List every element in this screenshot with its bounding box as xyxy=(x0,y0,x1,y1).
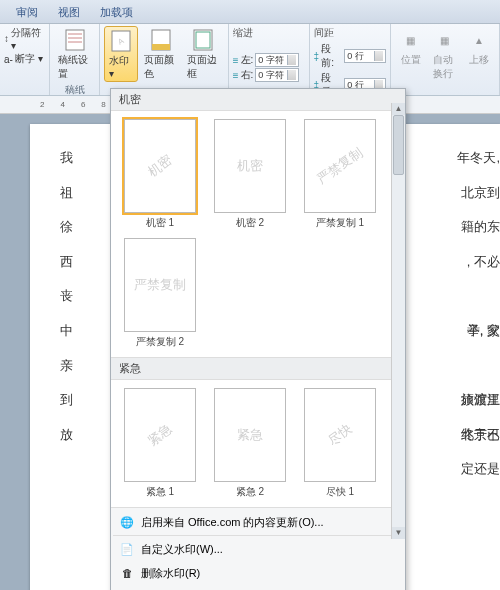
position-icon: ▦ xyxy=(399,28,423,52)
wm-confidential-1[interactable]: 机密机密 1 xyxy=(119,119,201,230)
watermark-icon: A xyxy=(109,29,133,53)
scroll-up-icon[interactable]: ▲ xyxy=(392,103,405,115)
remove-wm-icon: 🗑 xyxy=(119,565,135,581)
section-urgent: 紧急 xyxy=(111,358,405,379)
position-button[interactable]: ▦ 位置 xyxy=(395,26,427,69)
wm-confidential-2[interactable]: 机密机密 2 xyxy=(209,119,291,230)
group-label-paper: 稿纸 xyxy=(54,83,96,97)
dropdown-scrollbar[interactable]: ▲ ▼ xyxy=(391,103,405,539)
ribbon-tabs: 审阅 视图 加载项 xyxy=(0,0,500,24)
tab-review[interactable]: 审阅 xyxy=(6,2,48,23)
wm-urgent-2[interactable]: 紧急紧急 2 xyxy=(209,388,291,499)
section-confidential: 机密 xyxy=(111,89,405,110)
wm-urgent-1[interactable]: 紧急紧急 1 xyxy=(119,388,201,499)
custom-wm-icon: 📄 xyxy=(119,541,135,557)
ribbon: ↕ 分隔符 ▾ a- 断字 ▾ 稿纸设置 稿纸 A 水印 ▾ 页面颜色 页 xyxy=(0,24,500,96)
pagecolor-icon xyxy=(149,28,173,52)
svg-rect-8 xyxy=(194,30,212,50)
wm-nocopy-2[interactable]: 严禁复制严禁复制 2 xyxy=(119,238,201,349)
svg-rect-7 xyxy=(152,44,170,50)
paper-icon xyxy=(63,28,87,52)
space-before-row[interactable]: ‡段前:0 行 xyxy=(314,42,386,70)
pagecolor-button[interactable]: 页面颜色 xyxy=(140,26,181,83)
scroll-thumb[interactable] xyxy=(393,115,404,175)
wm-asap-1[interactable]: 尽快尽快 1 xyxy=(299,388,381,499)
tab-view[interactable]: 视图 xyxy=(48,2,90,23)
indent-title: 缩进 xyxy=(233,26,305,40)
indent-left-row[interactable]: ≡左:0 字符 xyxy=(233,53,305,67)
globe-icon: 🌐 xyxy=(119,514,135,530)
watermark-dropdown: 机密 机密机密 1 机密机密 2 严禁复制严禁复制 1 严禁复制严禁复制 2 紧… xyxy=(110,88,406,590)
menu-office-updates[interactable]: 🌐启用来自 Office.com 的内容更新(O)... xyxy=(111,510,405,534)
breaks-button[interactable]: ↕ 分隔符 ▾ xyxy=(4,26,45,51)
wrap-icon: ▦ xyxy=(433,28,457,52)
watermark-button[interactable]: A 水印 ▾ xyxy=(104,26,138,82)
svg-rect-0 xyxy=(66,30,84,50)
paper-settings-button[interactable]: 稿纸设置 xyxy=(54,26,96,83)
wrap-button[interactable]: ▦ 自动换行 xyxy=(429,26,462,83)
menu-custom-watermark[interactable]: 📄自定义水印(W)... xyxy=(111,537,405,561)
hyphenation-button[interactable]: a- 断字 ▾ xyxy=(4,52,45,66)
pageborder-button[interactable]: 页面边框 xyxy=(183,26,224,83)
spacing-title: 间距 xyxy=(314,26,386,40)
forward-button[interactable]: ▲ 上移 xyxy=(463,26,495,69)
pageborder-icon xyxy=(191,28,215,52)
wm-nocopy-1[interactable]: 严禁复制严禁复制 1 xyxy=(299,119,381,230)
menu-remove-watermark[interactable]: 🗑删除水印(R) xyxy=(111,561,405,585)
scroll-down-icon[interactable]: ▼ xyxy=(392,527,405,539)
tab-addins[interactable]: 加载项 xyxy=(90,2,143,23)
indent-right-row[interactable]: ≡右:0 字符 xyxy=(233,68,305,82)
menu-save-watermark: 💾将所选内容保存到水印库(S)... xyxy=(111,585,405,590)
forward-icon: ▲ xyxy=(467,28,491,52)
